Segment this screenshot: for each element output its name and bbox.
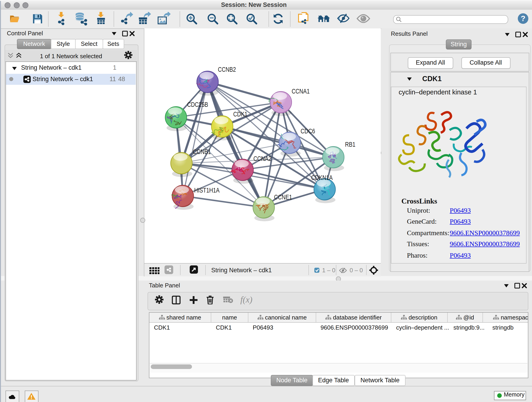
svg-text:CCNB2: CCNB2 — [218, 65, 236, 73]
svg-text:CCNA1: CCNA1 — [292, 88, 310, 95]
svg-text:?: ? — [521, 14, 525, 23]
svg-text:CDK1: CDK1 — [233, 110, 247, 118]
svg-text:RB1: RB1 — [345, 140, 355, 148]
svg-text:CDC25B: CDC25B — [187, 101, 208, 108]
svg-text:CDC6: CDC6 — [301, 127, 315, 135]
svg-text:CCNA2: CCNA2 — [253, 155, 272, 162]
svg-text:CCNE1: CCNE1 — [274, 193, 292, 201]
svg-text:CCNB1: CCNB1 — [193, 148, 211, 156]
svg-text:HIST1H1A: HIST1H1A — [194, 186, 220, 194]
svg-text:CDKN1A: CDKN1A — [311, 174, 333, 182]
